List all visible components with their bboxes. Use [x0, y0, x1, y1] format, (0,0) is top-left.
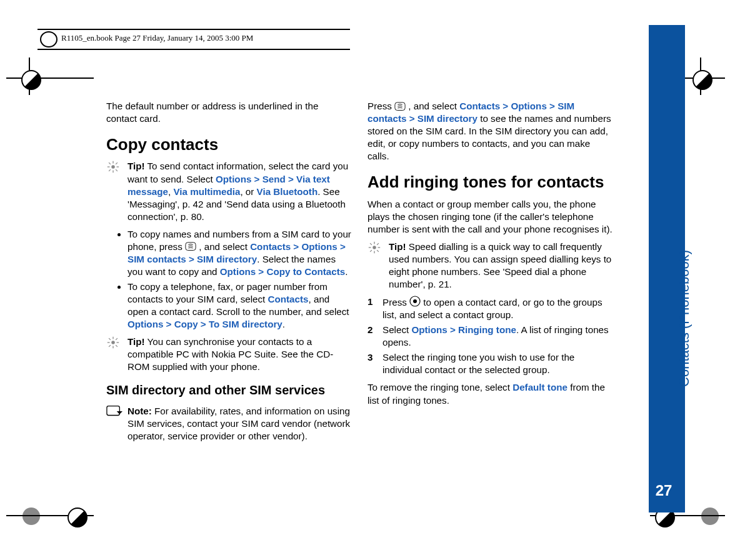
svg-point-10	[111, 341, 115, 345]
text: To remove the ringing tone, select	[368, 382, 512, 392]
menu-key-icon	[394, 101, 406, 110]
svg-point-32	[413, 299, 417, 303]
tip-block-3: Tip! Speed dialling is a quick way to ca…	[368, 241, 612, 291]
svg-point-22	[372, 246, 376, 249]
page-header-bar: R1105_en.book Page 27 Friday, January 14…	[38, 29, 350, 50]
svg-line-27	[370, 243, 372, 245]
ordered-steps: 1 Press to open a contact card, or go to…	[368, 296, 612, 376]
bullet-list: To copy names and numbers from a SIM car…	[106, 228, 351, 331]
text: Press	[382, 297, 409, 308]
link-via-multimedia: Via multimedia	[173, 186, 240, 197]
book-line: R1105_en.book Page 27 Friday, January 14…	[61, 33, 253, 43]
text: , and select	[406, 101, 459, 111]
crop-circle-icon	[701, 508, 719, 525]
note-text: For availability, rates, and information…	[128, 406, 350, 441]
tip-block-1: Tip! To send contact information, select…	[106, 160, 351, 222]
svg-point-0	[111, 166, 115, 169]
sidebar: Contacts (Phonebook)	[640, 25, 685, 512]
step-number: 1	[368, 296, 372, 308]
tip-icon	[368, 241, 384, 253]
text: Press	[368, 101, 394, 111]
heading-sim-directory: SIM directory and other SIM services	[106, 382, 351, 398]
link-copy-to-contacts: Options > Copy to Contacts	[220, 266, 345, 277]
note-block: Note: For availability, rates, and infor…	[106, 405, 351, 442]
step-item: 2 Select Options > Ringing tone. A list …	[368, 324, 612, 349]
list-item: To copy names and numbers from a SIM car…	[128, 228, 351, 278]
svg-marker-20	[117, 411, 122, 414]
crop-circle-icon	[692, 70, 712, 90]
svg-rect-19	[107, 406, 119, 415]
note-label: Note:	[128, 406, 152, 416]
svg-line-8	[116, 163, 118, 165]
step-number: 3	[368, 351, 372, 364]
svg-line-5	[109, 163, 111, 165]
svg-line-7	[109, 170, 111, 172]
tip-label: Tip!	[128, 336, 145, 347]
svg-line-16	[116, 345, 118, 347]
svg-line-29	[370, 250, 372, 252]
paragraph: Press , and select Contacts > Options > …	[368, 100, 612, 162]
left-column: The default number or address is underli…	[106, 95, 351, 448]
right-column: Press , and select Contacts > Options > …	[368, 95, 612, 412]
tip-text: Speed dialling is a quick way to call fr…	[389, 241, 611, 289]
link-ringing-tone: Options > Ringing tone	[411, 324, 516, 335]
link-default-tone: Default tone	[512, 382, 568, 392]
link-contacts: Contacts	[268, 294, 309, 304]
text: .	[282, 319, 285, 329]
crop-circle-icon	[68, 508, 88, 528]
svg-line-17	[109, 345, 111, 347]
tip-text: You can synchronise your contacts to a c…	[128, 336, 333, 372]
svg-rect-9	[186, 242, 196, 251]
text: , and select	[196, 241, 250, 252]
svg-line-30	[377, 243, 379, 245]
svg-line-28	[377, 250, 379, 252]
tip-label: Tip!	[128, 161, 145, 171]
heading-ringing-tones: Add ringing tones for contacts	[368, 171, 612, 192]
step-item: 3 Select the ringing tone you wish to us…	[368, 351, 612, 376]
crop-mark-icon	[6, 78, 94, 79]
chapter-title: Contacts (Phonebook)	[676, 250, 692, 387]
tip-icon	[106, 336, 122, 348]
crop-circle-icon	[22, 508, 40, 525]
text: Select	[382, 324, 411, 335]
paragraph: To remove the ringing tone, select Defau…	[368, 381, 612, 406]
crop-circle-icon	[21, 70, 41, 90]
list-item: To copy a telephone, fax, or pager numbe…	[128, 281, 351, 331]
scroll-key-icon	[409, 296, 421, 304]
page-root: R1105_en.book Page 27 Friday, January 14…	[0, 0, 730, 560]
note-icon	[106, 405, 122, 418]
menu-key-icon	[185, 242, 196, 251]
tip-icon	[106, 160, 122, 172]
tip-block-2: Tip! You can synchronise your contacts t…	[106, 336, 351, 373]
step-number: 2	[368, 324, 372, 336]
link-to-sim-directory: Options > Copy > To SIM directory	[128, 319, 282, 329]
heading-copy-contacts: Copy contacts	[106, 134, 351, 155]
step-item: 1 Press to open a contact card, or go to…	[368, 296, 612, 321]
tip-label: Tip!	[389, 241, 406, 252]
text: , or	[240, 186, 256, 197]
text: Select the ringing tone you wish to use …	[382, 352, 574, 375]
intro-paragraph: The default number or address is underli…	[106, 100, 351, 125]
link-via-bluetooth: Via Bluetooth	[257, 186, 318, 197]
svg-line-18	[116, 338, 118, 340]
page-number: 27	[650, 479, 678, 502]
paragraph: When a contact or group member calls you…	[368, 198, 612, 236]
text: .	[345, 266, 348, 277]
svg-line-6	[116, 170, 118, 172]
svg-line-15	[109, 338, 111, 340]
header-oval-icon	[40, 31, 58, 48]
svg-rect-21	[395, 102, 405, 111]
